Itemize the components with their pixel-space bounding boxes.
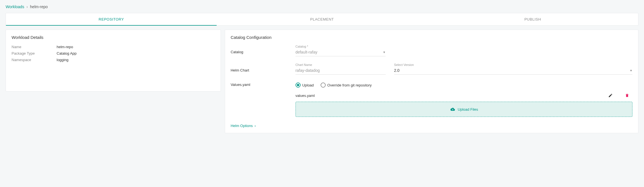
radio-circle-icon (321, 83, 326, 88)
version-select-value: 2.0 (394, 68, 399, 73)
detail-label-package-type: Package Type (12, 51, 57, 55)
catalog-select-value: default-rafay (296, 50, 317, 54)
upload-files-label: Upload Files (458, 107, 478, 112)
detail-row-name: Name helm-repo (12, 45, 215, 49)
detail-row-namespace: Namespace logging (12, 58, 215, 62)
breadcrumb-parent-link[interactable]: Workloads (6, 5, 24, 9)
catalog-config-title: Catalog Configuration (231, 35, 632, 40)
edit-file-button[interactable] (607, 92, 616, 99)
pencil-icon (608, 93, 613, 98)
workload-details-title: Workload Details (12, 35, 215, 40)
tab-placement[interactable]: PLACEMENT (217, 13, 427, 25)
catalog-select[interactable]: Catalog * default-rafay ▼ (296, 45, 386, 56)
chevron-down-icon: ▼ (630, 69, 632, 72)
catalog-config-card: Catalog Configuration Catalog Catalog * … (225, 30, 638, 133)
chevron-down-icon: ▼ (383, 51, 386, 54)
tabs: REPOSITORY PLACEMENT PUBLISH (6, 13, 638, 26)
detail-value-name: helm-repo (57, 45, 73, 49)
label-catalog: Catalog (231, 45, 296, 54)
radio-override-label: Override from git repository (327, 83, 372, 87)
row-catalog: Catalog Catalog * default-rafay ▼ (231, 45, 632, 56)
version-select[interactable]: Select Version 2.0 ▼ (394, 63, 632, 75)
row-helm-chart: Helm Chart Chart Name rafay-datadog Sele… (231, 63, 632, 75)
file-name: values.yaml (296, 94, 607, 98)
detail-value-package-type: Catalog App (57, 51, 77, 55)
detail-row-package-type: Package Type Catalog App (12, 51, 215, 55)
detail-label-name: Name (12, 45, 57, 49)
catalog-select-label: Catalog * (296, 45, 386, 48)
detail-label-namespace: Namespace (12, 58, 57, 62)
radio-override-git[interactable]: Override from git repository (321, 83, 372, 88)
cloud-upload-icon (450, 107, 456, 112)
tab-publish[interactable]: PUBLISH (427, 13, 638, 25)
chevron-right-icon: › (254, 124, 256, 128)
chart-name-label: Chart Name (296, 63, 386, 66)
chart-name-input[interactable]: Chart Name rafay-datadog (296, 63, 386, 75)
helm-options-link[interactable]: Helm Options › (231, 124, 632, 128)
radio-upload[interactable]: Upload (296, 83, 314, 88)
label-values-yaml: Values.yaml (231, 81, 296, 87)
breadcrumb-current: helm-repo (30, 5, 48, 9)
version-select-label: Select Version (394, 63, 632, 66)
delete-file-button[interactable] (624, 92, 632, 99)
chart-name-value: rafay-datadog (296, 68, 320, 73)
trash-icon (625, 93, 629, 98)
workload-details-card: Workload Details Name helm-repo Package … (6, 30, 221, 92)
label-helm-chart: Helm Chart (231, 63, 296, 72)
file-row: values.yaml (296, 91, 632, 102)
radio-upload-label: Upload (302, 83, 314, 87)
upload-files-button[interactable]: Upload Files (296, 102, 632, 117)
breadcrumb-separator: › (26, 5, 28, 9)
row-values-yaml: Values.yaml Upload Override from git rep… (231, 81, 632, 88)
helm-options-label: Helm Options (231, 124, 253, 128)
detail-value-namespace: logging (57, 58, 68, 62)
tab-repository[interactable]: REPOSITORY (6, 13, 217, 25)
radio-circle-icon (296, 83, 301, 88)
breadcrumb: Workloads › helm-repo (2, 2, 642, 13)
